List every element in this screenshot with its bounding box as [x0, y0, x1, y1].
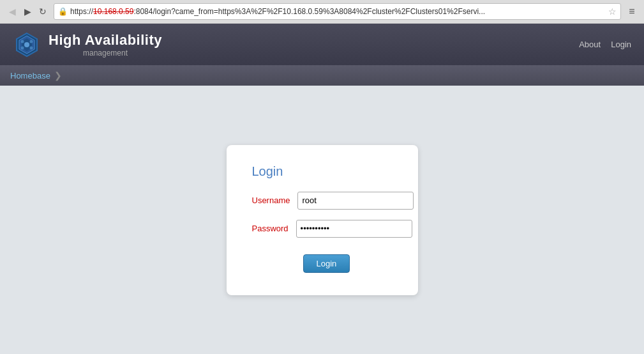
password-row: Password [252, 220, 393, 238]
breadcrumb: Homebase ❯ [10, 70, 62, 81]
logo-icon [13, 31, 41, 59]
password-input[interactable] [296, 220, 412, 238]
app-logo: High Availability management [13, 31, 162, 59]
username-row: Username [252, 192, 393, 210]
about-link[interactable]: About [579, 40, 601, 49]
homebase-link[interactable]: Homebase [10, 71, 50, 81]
username-input[interactable] [297, 192, 414, 210]
url-prefix: https:// [70, 7, 93, 16]
app-title-block: High Availability management [49, 32, 162, 58]
app-title: High Availability [49, 32, 162, 49]
app-body: High Availability management About Login… [0, 24, 644, 354]
login-card: Login Username Password Login [227, 145, 418, 295]
svg-point-3 [24, 42, 29, 47]
svg-point-7 [30, 46, 33, 49]
reload-button[interactable]: ↻ [36, 4, 50, 19]
username-label: Username [252, 196, 298, 205]
bookmark-icon[interactable]: ☆ [608, 6, 617, 17]
submit-row: Login [252, 248, 393, 273]
browser-menu-button[interactable]: ≡ [625, 4, 639, 19]
address-bar[interactable]: 🔒 https://10.168.0.59:8084/login?came_fr… [54, 3, 621, 20]
page-wrapper: ◀ ▶ ↻ 🔒 https://10.168.0.59:8084/login?c… [0, 0, 644, 354]
browser-chrome: ◀ ▶ ↻ 🔒 https://10.168.0.59:8084/login?c… [0, 0, 644, 24]
main-content: Login Username Password Login [0, 86, 644, 354]
breadcrumb-separator: ❯ [54, 70, 62, 81]
login-link[interactable]: Login [611, 40, 631, 49]
app-header: High Availability management About Login [0, 24, 644, 65]
url-rest: :8084/login?came_from=https%3A%2F%2F10.1… [133, 7, 485, 16]
nav-buttons: ◀ ▶ ↻ [5, 4, 50, 19]
password-label: Password [252, 224, 296, 233]
header-nav: About Login [579, 40, 631, 49]
back-button[interactable]: ◀ [5, 4, 19, 19]
svg-point-6 [21, 46, 24, 49]
svg-point-5 [30, 40, 33, 43]
svg-point-4 [21, 40, 24, 43]
app-subtitle: management [49, 49, 162, 58]
forward-button[interactable]: ▶ [20, 4, 34, 19]
login-button[interactable]: Login [303, 254, 350, 273]
breadcrumb-bar: Homebase ❯ [0, 65, 644, 86]
login-card-title: Login [252, 164, 393, 179]
security-icon: 🔒 [58, 7, 68, 16]
browser-toolbar: ◀ ▶ ↻ 🔒 https://10.168.0.59:8084/login?c… [0, 0, 644, 23]
url-highlight: 10.168.0.59 [93, 7, 133, 16]
address-text: https://10.168.0.59:8084/login?came_from… [70, 7, 606, 16]
